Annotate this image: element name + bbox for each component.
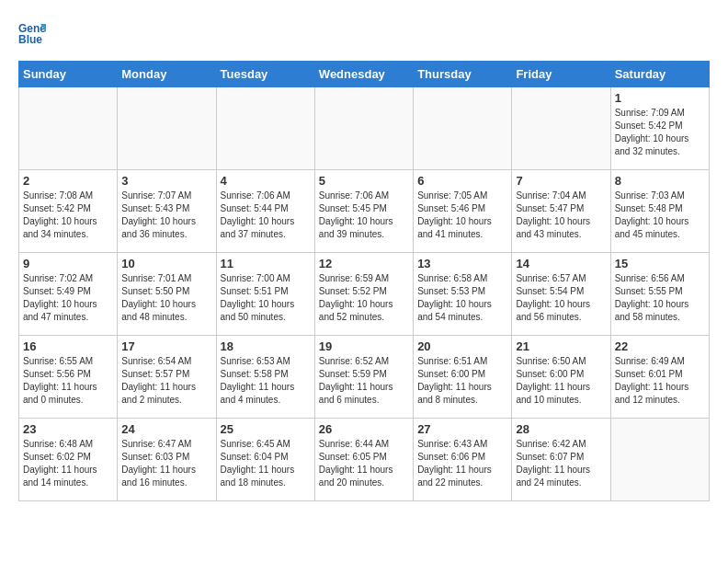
day-number: 23 <box>23 422 113 436</box>
day-info: Sunrise: 7:01 AMSunset: 5:50 PMDaylight:… <box>121 272 211 324</box>
calendar-cell: 20Sunrise: 6:51 AMSunset: 6:00 PMDayligh… <box>414 336 512 419</box>
calendar-cell: 12Sunrise: 6:59 AMSunset: 5:52 PMDayligh… <box>314 253 413 336</box>
day-number: 25 <box>221 422 311 436</box>
day-info: Sunrise: 6:42 AMSunset: 6:07 PMDaylight:… <box>516 438 606 489</box>
day-number: 24 <box>121 422 211 436</box>
day-number: 10 <box>121 257 211 270</box>
day-info: Sunrise: 6:47 AMSunset: 6:03 PMDaylight:… <box>121 438 211 489</box>
day-info: Sunrise: 6:58 AMSunset: 5:53 PMDaylight:… <box>417 272 507 324</box>
calendar-table: SundayMondayTuesdayWednesdayThursdayFrid… <box>18 61 710 501</box>
calendar-week-row: 23Sunrise: 6:48 AMSunset: 6:02 PMDayligh… <box>19 419 710 501</box>
day-info: Sunrise: 6:50 AMSunset: 6:00 PMDaylight:… <box>516 355 606 407</box>
day-info: Sunrise: 7:07 AMSunset: 5:43 PMDaylight:… <box>121 190 211 241</box>
calendar-cell: 4Sunrise: 7:06 AMSunset: 5:44 PMDaylight… <box>216 170 314 253</box>
calendar-cell: 7Sunrise: 7:04 AMSunset: 5:47 PMDaylight… <box>512 170 610 253</box>
day-number: 13 <box>417 257 507 270</box>
calendar-cell: 15Sunrise: 6:56 AMSunset: 5:55 PMDayligh… <box>610 253 709 336</box>
calendar-cell: 19Sunrise: 6:52 AMSunset: 5:59 PMDayligh… <box>314 336 413 419</box>
day-info: Sunrise: 6:53 AMSunset: 5:58 PMDaylight:… <box>221 355 311 407</box>
day-number: 8 <box>615 174 705 188</box>
day-info: Sunrise: 7:09 AMSunset: 5:42 PMDaylight:… <box>615 107 705 158</box>
day-info: Sunrise: 6:57 AMSunset: 5:54 PMDaylight:… <box>516 272 606 324</box>
calendar-week-row: 16Sunrise: 6:55 AMSunset: 5:56 PMDayligh… <box>19 336 710 419</box>
day-number: 3 <box>121 174 211 188</box>
calendar-cell: 17Sunrise: 6:54 AMSunset: 5:57 PMDayligh… <box>118 336 216 419</box>
day-number: 1 <box>615 91 705 105</box>
calendar-cell <box>512 87 610 170</box>
weekday-header-row: SundayMondayTuesdayWednesdayThursdayFrid… <box>19 62 710 87</box>
day-number: 22 <box>615 339 705 353</box>
day-number: 26 <box>319 422 409 436</box>
day-number: 15 <box>615 257 705 270</box>
weekday-header-sunday: Sunday <box>19 62 118 87</box>
svg-text:Blue: Blue <box>18 33 42 46</box>
day-number: 28 <box>516 422 606 436</box>
calendar-cell: 16Sunrise: 6:55 AMSunset: 5:56 PMDayligh… <box>19 336 118 419</box>
day-number: 19 <box>319 339 409 353</box>
day-info: Sunrise: 7:08 AMSunset: 5:42 PMDaylight:… <box>23 190 113 241</box>
calendar-cell <box>216 87 314 170</box>
calendar-cell: 28Sunrise: 6:42 AMSunset: 6:07 PMDayligh… <box>512 419 610 501</box>
calendar-cell <box>414 87 512 170</box>
calendar-week-row: 2Sunrise: 7:08 AMSunset: 5:42 PMDaylight… <box>19 170 710 253</box>
day-info: Sunrise: 7:06 AMSunset: 5:45 PMDaylight:… <box>319 190 409 241</box>
calendar-cell: 3Sunrise: 7:07 AMSunset: 5:43 PMDaylight… <box>118 170 216 253</box>
calendar-cell <box>610 419 709 501</box>
day-info: Sunrise: 6:54 AMSunset: 5:57 PMDaylight:… <box>121 355 211 407</box>
calendar-cell: 14Sunrise: 6:57 AMSunset: 5:54 PMDayligh… <box>512 253 610 336</box>
calendar-cell <box>118 87 216 170</box>
day-number: 7 <box>516 174 606 188</box>
day-number: 12 <box>319 257 409 270</box>
calendar-week-row: 9Sunrise: 7:02 AMSunset: 5:49 PMDaylight… <box>19 253 710 336</box>
logo: General Blue <box>18 18 50 46</box>
day-info: Sunrise: 6:59 AMSunset: 5:52 PMDaylight:… <box>319 272 409 324</box>
calendar-cell: 22Sunrise: 6:49 AMSunset: 6:01 PMDayligh… <box>610 336 709 419</box>
day-info: Sunrise: 6:51 AMSunset: 6:00 PMDaylight:… <box>417 355 507 407</box>
day-number: 2 <box>23 174 113 188</box>
weekday-header-saturday: Saturday <box>610 62 709 87</box>
day-number: 9 <box>23 257 113 270</box>
day-info: Sunrise: 7:04 AMSunset: 5:47 PMDaylight:… <box>516 190 606 241</box>
day-info: Sunrise: 7:03 AMSunset: 5:48 PMDaylight:… <box>615 190 705 241</box>
day-info: Sunrise: 7:06 AMSunset: 5:44 PMDaylight:… <box>221 190 311 241</box>
calendar-cell: 6Sunrise: 7:05 AMSunset: 5:46 PMDaylight… <box>414 170 512 253</box>
day-number: 16 <box>23 339 113 353</box>
day-info: Sunrise: 6:56 AMSunset: 5:55 PMDaylight:… <box>615 272 705 324</box>
day-number: 21 <box>516 339 606 353</box>
calendar-cell: 23Sunrise: 6:48 AMSunset: 6:02 PMDayligh… <box>19 419 118 501</box>
day-number: 5 <box>319 174 409 188</box>
calendar-cell: 8Sunrise: 7:03 AMSunset: 5:48 PMDaylight… <box>610 170 709 253</box>
day-number: 6 <box>417 174 507 188</box>
calendar-cell: 21Sunrise: 6:50 AMSunset: 6:00 PMDayligh… <box>512 336 610 419</box>
weekday-header-tuesday: Tuesday <box>216 62 314 87</box>
weekday-header-monday: Monday <box>118 62 216 87</box>
day-number: 17 <box>121 339 211 353</box>
day-info: Sunrise: 6:44 AMSunset: 6:05 PMDaylight:… <box>319 438 409 489</box>
day-number: 11 <box>221 257 311 270</box>
calendar-cell: 5Sunrise: 7:06 AMSunset: 5:45 PMDaylight… <box>314 170 413 253</box>
logo-icon: General Blue <box>18 18 46 46</box>
day-number: 14 <box>516 257 606 270</box>
day-number: 27 <box>417 422 507 436</box>
day-number: 20 <box>417 339 507 353</box>
calendar-cell: 11Sunrise: 7:00 AMSunset: 5:51 PMDayligh… <box>216 253 314 336</box>
calendar-cell: 18Sunrise: 6:53 AMSunset: 5:58 PMDayligh… <box>216 336 314 419</box>
day-info: Sunrise: 6:49 AMSunset: 6:01 PMDaylight:… <box>615 355 705 407</box>
calendar-cell: 24Sunrise: 6:47 AMSunset: 6:03 PMDayligh… <box>118 419 216 501</box>
calendar-cell: 25Sunrise: 6:45 AMSunset: 6:04 PMDayligh… <box>216 419 314 501</box>
day-info: Sunrise: 7:02 AMSunset: 5:49 PMDaylight:… <box>23 272 113 324</box>
day-number: 18 <box>221 339 311 353</box>
calendar-week-row: 1Sunrise: 7:09 AMSunset: 5:42 PMDaylight… <box>19 87 710 170</box>
calendar-cell: 2Sunrise: 7:08 AMSunset: 5:42 PMDaylight… <box>19 170 118 253</box>
weekday-header-friday: Friday <box>512 62 610 87</box>
day-info: Sunrise: 6:45 AMSunset: 6:04 PMDaylight:… <box>221 438 311 489</box>
calendar-cell: 1Sunrise: 7:09 AMSunset: 5:42 PMDaylight… <box>610 87 709 170</box>
calendar-cell: 26Sunrise: 6:44 AMSunset: 6:05 PMDayligh… <box>314 419 413 501</box>
calendar-cell <box>314 87 413 170</box>
calendar-cell: 27Sunrise: 6:43 AMSunset: 6:06 PMDayligh… <box>414 419 512 501</box>
page-header: General Blue <box>18 18 710 55</box>
weekday-header-wednesday: Wednesday <box>314 62 413 87</box>
calendar-cell <box>19 87 118 170</box>
day-info: Sunrise: 7:05 AMSunset: 5:46 PMDaylight:… <box>417 190 507 241</box>
day-info: Sunrise: 7:00 AMSunset: 5:51 PMDaylight:… <box>221 272 311 324</box>
